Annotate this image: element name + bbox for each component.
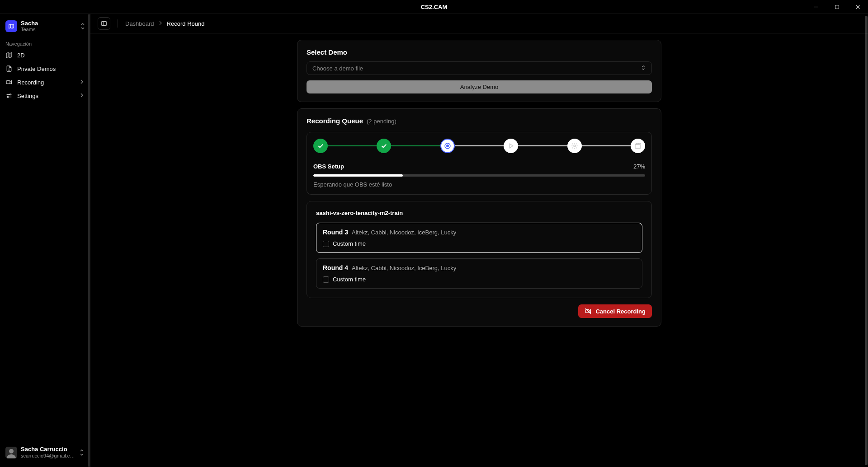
round-title: Round 3 [323, 229, 348, 236]
queue-title: Recording Queue [307, 117, 363, 125]
step-connector [391, 145, 440, 146]
demo-file-select[interactable]: Choose a demo file [307, 61, 652, 75]
custom-time-label: Custom time [333, 276, 366, 283]
breadcrumb: Dashboard Record Round [125, 20, 204, 27]
main-scrollbar-thumb[interactable] [865, 16, 868, 465]
svg-point-2 [9, 94, 11, 95]
window-close-button[interactable] [847, 0, 868, 14]
nav-item-2d[interactable]: 2D [0, 48, 90, 62]
nav-item-recording[interactable]: Recording [0, 75, 90, 89]
titlebar: CS2.CAM [0, 0, 868, 14]
recording-queue-card: Recording Queue (2 pending) [297, 108, 661, 327]
step-2-done [377, 139, 391, 153]
window-maximize-button[interactable] [826, 0, 847, 14]
nav-item-label: Settings [17, 93, 38, 99]
sliders-icon [5, 92, 13, 99]
svg-rect-6 [102, 21, 107, 25]
step-connector [582, 145, 631, 146]
svg-point-9 [574, 145, 576, 147]
queue-pending-count: (2 pending) [367, 118, 396, 125]
avatar [5, 447, 17, 458]
sidebar: Sacha Teams Navegación 2D Private Demos [0, 14, 90, 467]
team-icon [5, 20, 17, 32]
progress-card: OBS Setup 27% Esperando que OBS esté lis… [307, 132, 652, 195]
custom-time-checkbox-row[interactable]: Custom time [323, 276, 636, 283]
cancel-recording-button[interactable]: Cancel Recording [578, 304, 652, 318]
map-icon [8, 23, 14, 29]
chevrons-vertical-icon [79, 449, 85, 456]
custom-time-checkbox-row[interactable]: Custom time [323, 240, 636, 247]
check-icon [317, 142, 324, 149]
step-connector [455, 145, 504, 146]
demo-file-placeholder: Choose a demo file [312, 65, 363, 72]
analyze-demo-label: Analyze Demo [460, 84, 499, 90]
panel-toggle-button[interactable] [98, 17, 110, 30]
panel-left-icon [101, 20, 107, 27]
select-demo-card: Select Demo Choose a demo file Analyze D… [297, 40, 661, 102]
svg-point-8 [447, 145, 449, 147]
step-4-pending-play [504, 139, 518, 153]
demo-block: sashi-vs-zero-tenacity-m2-train Round 3 … [307, 201, 652, 298]
breadcrumb-current: Record Round [167, 20, 205, 27]
progress-bar-fill [313, 174, 403, 177]
content: Select Demo Choose a demo file Analyze D… [90, 33, 868, 467]
step-indicator [313, 139, 645, 153]
custom-time-label: Custom time [333, 240, 366, 247]
checkbox-unchecked-icon[interactable] [323, 276, 329, 283]
progress-bar [313, 174, 645, 177]
cancel-recording-label: Cancel Recording [595, 308, 646, 315]
step-connector [518, 145, 567, 146]
svg-rect-1 [6, 81, 10, 84]
team-name: Sacha [21, 20, 76, 27]
svg-rect-10 [635, 145, 641, 148]
chevron-right-icon [79, 79, 85, 86]
round-players: Altekz, Cabbi, Nicoodoz, IceBerg, Lucky [352, 229, 456, 236]
step-6-pending-clapper [631, 139, 645, 153]
round-card-active[interactable]: Round 3 Altekz, Cabbi, Nicoodoz, IceBerg… [316, 223, 642, 253]
round-title: Round 4 [323, 264, 348, 271]
topbar: Dashboard Record Round [90, 14, 868, 33]
play-icon [507, 142, 514, 149]
main-scrollbar-track[interactable] [864, 14, 868, 467]
chevron-right-icon [158, 20, 163, 27]
breadcrumb-root[interactable]: Dashboard [125, 20, 154, 27]
progress-step-label: OBS Setup [313, 163, 344, 170]
checkbox-unchecked-icon[interactable] [323, 241, 329, 247]
clapperboard-icon [634, 142, 642, 149]
divider [118, 19, 118, 28]
video-off-icon [585, 308, 592, 315]
nav-item-label: Recording [17, 79, 44, 86]
chevron-right-icon [79, 93, 85, 99]
user-switcher[interactable]: Sacha Carruccio scarruccio94@gmail.com [0, 443, 90, 462]
progress-message: Esperando que OBS esté listo [313, 181, 645, 188]
nav-item-settings[interactable]: Settings [0, 89, 90, 103]
sidebar-scrollbar[interactable] [88, 14, 90, 467]
svg-point-5 [9, 449, 14, 453]
chevrons-vertical-icon [80, 23, 85, 30]
select-demo-title: Select Demo [307, 48, 652, 56]
nav-section-label: Navegación [0, 38, 90, 48]
check-icon [380, 142, 387, 149]
step-5-pending-gear [567, 139, 582, 153]
main: Dashboard Record Round Select Demo Choos… [90, 14, 868, 467]
nav-item-label: 2D [17, 52, 25, 59]
user-name: Sacha Carruccio [21, 446, 75, 453]
round-card[interactable]: Round 4 Altekz, Cabbi, Nicoodoz, IceBerg… [316, 258, 642, 289]
map-icon [5, 51, 13, 59]
nav-item-private-demos[interactable]: Private Demos [0, 62, 90, 75]
gear-icon [571, 142, 578, 149]
user-email: scarruccio94@gmail.com [21, 453, 75, 459]
step-1-done [313, 139, 328, 153]
video-icon [5, 79, 13, 86]
minimize-icon [814, 5, 819, 9]
step-3-active-obs [440, 139, 455, 153]
svg-rect-0 [835, 5, 839, 9]
step-connector [328, 145, 377, 146]
analyze-demo-button[interactable]: Analyze Demo [307, 80, 652, 93]
window-minimize-button[interactable] [806, 0, 826, 14]
maximize-icon [835, 5, 840, 9]
round-players: Altekz, Cabbi, Nicoodoz, IceBerg, Lucky [352, 265, 456, 271]
progress-percent: 27% [633, 163, 645, 170]
demo-name: sashi-vs-zero-tenacity-m2-train [316, 210, 642, 216]
team-switcher[interactable]: Sacha Teams [0, 19, 90, 38]
